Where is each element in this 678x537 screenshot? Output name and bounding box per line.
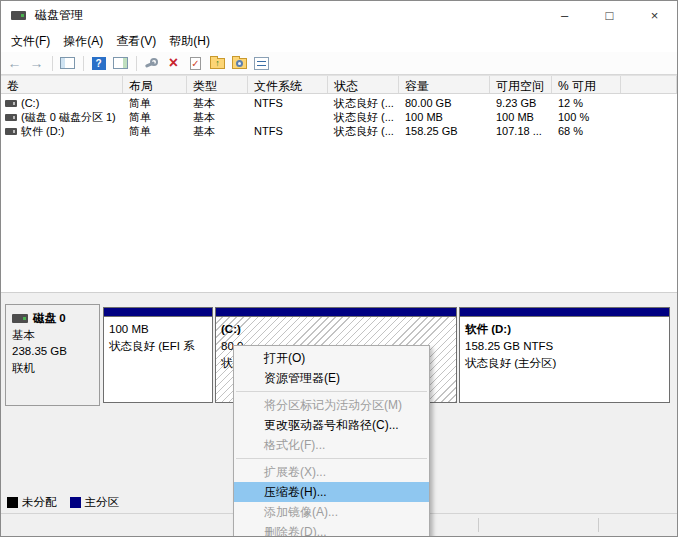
volume-table-header: 卷 布局 类型 文件系统 状态 容量 可用空间 % 可用	[1, 75, 677, 94]
tools-button[interactable]	[141, 54, 162, 73]
menu-help[interactable]: 帮助(H)	[167, 31, 212, 52]
partition-name: (C:)	[221, 321, 456, 338]
volume-capacity: 100 MB	[399, 111, 490, 123]
primary-partition-swatch-icon	[70, 497, 81, 508]
volume-layout: 简单	[123, 96, 187, 111]
disk-0-info-panel[interactable]: 磁盘 0 基本 238.35 GB 联机	[5, 304, 100, 406]
forward-icon: →	[30, 56, 44, 70]
forward-button[interactable]: →	[26, 54, 47, 73]
volume-name: (磁盘 0 磁盘分区 1)	[21, 110, 116, 125]
partition-context-menu: 打开(O) 资源管理器(E) 将分区标记为活动分区(M) 更改驱动器号和路径(C…	[233, 345, 430, 537]
folder-up-icon: ↑	[210, 58, 225, 69]
toolbar-separator	[83, 56, 84, 71]
toolbar: ← → ? × ✓ ↑	[1, 52, 677, 75]
back-button[interactable]: ←	[4, 54, 25, 73]
menu-item-format: 格式化(F)...	[234, 435, 429, 455]
partition-color-band	[104, 308, 212, 317]
menu-view[interactable]: 查看(V)	[114, 31, 158, 52]
back-icon: ←	[8, 56, 22, 70]
disk-type: 基本	[12, 327, 99, 344]
disk-size: 238.35 GB	[12, 343, 99, 360]
window-controls: – □ ×	[542, 1, 677, 30]
volume-capacity: 80.00 GB	[399, 97, 490, 109]
menu-file[interactable]: 文件(F)	[9, 31, 52, 52]
legend-unallocated: 未分配	[7, 495, 57, 510]
properties-check-icon: ✓	[190, 57, 201, 70]
column-header-empty	[621, 76, 677, 93]
volume-name: (C:)	[21, 97, 39, 109]
open-folder-button[interactable]: ↑	[207, 54, 228, 73]
search-folder-button[interactable]	[229, 54, 250, 73]
partition-efi[interactable]: 100 MB 状态良好 (EFI 系	[103, 307, 213, 403]
menu-item-mark-active: 将分区标记为活动分区(M)	[234, 395, 429, 415]
toolbar-separator	[52, 56, 53, 71]
disk-management-window: 磁盘管理 – □ × 文件(F) 操作(A) 查看(V) 帮助(H) ← → ?…	[0, 0, 678, 537]
view-options-button[interactable]	[251, 54, 272, 73]
minimize-button[interactable]: –	[542, 1, 587, 30]
volume-status: 状态良好 (...	[328, 96, 399, 111]
disk-name: 磁盘 0	[33, 310, 66, 327]
legend-label: 主分区	[85, 495, 120, 510]
menu-item-shrink-volume[interactable]: 压缩卷(H)...	[234, 482, 429, 502]
column-header-volume[interactable]: 卷	[1, 76, 123, 93]
volume-status: 状态良好 (...	[328, 110, 399, 125]
table-row-c[interactable]: (C:) 简单 基本 NTFS 状态良好 (... 80.00 GB 9.23 …	[1, 96, 677, 110]
legend-primary-partition: 主分区	[70, 495, 120, 510]
column-header-capacity[interactable]: 容量	[399, 76, 490, 93]
volume-status: 状态良好 (...	[328, 124, 399, 139]
menu-separator	[236, 391, 427, 392]
volume-type: 基本	[187, 124, 248, 139]
volume-pct-free: 68 %	[552, 125, 621, 137]
partition-color-band	[460, 308, 669, 317]
partition-name: 软件 (D:)	[465, 321, 669, 338]
volume-fs: NTFS	[248, 97, 328, 109]
close-button[interactable]: ×	[632, 1, 677, 30]
status-bar-divider	[598, 518, 599, 532]
legend: 未分配 主分区	[7, 495, 119, 510]
column-header-free-space[interactable]: 可用空间	[490, 76, 552, 93]
menu-item-change-drive-letter[interactable]: 更改驱动器号和路径(C)...	[234, 415, 429, 435]
column-header-layout[interactable]: 布局	[123, 76, 187, 93]
help-button[interactable]: ?	[88, 54, 109, 73]
menu-item-explorer[interactable]: 资源管理器(E)	[234, 368, 429, 388]
volume-free: 100 MB	[490, 111, 552, 123]
show-action-pane-button[interactable]	[110, 54, 131, 73]
disk-status: 联机	[12, 360, 99, 377]
volume-free: 9.23 GB	[490, 97, 552, 109]
volume-free: 107.18 ...	[490, 125, 552, 137]
show-console-tree-button[interactable]	[57, 54, 78, 73]
view-options-icon	[254, 57, 269, 70]
menu-bar: 文件(F) 操作(A) 查看(V) 帮助(H)	[1, 30, 677, 52]
help-icon: ?	[92, 57, 106, 70]
folder-search-icon	[232, 58, 247, 69]
menu-separator	[236, 458, 427, 459]
volume-layout: 简单	[123, 110, 187, 125]
status-bar-divider	[478, 518, 479, 532]
menu-item-delete-volume: 删除卷(D)...	[234, 522, 429, 537]
volume-capacity: 158.25 GB	[399, 125, 490, 137]
window-title: 磁盘管理	[35, 7, 83, 24]
unallocated-swatch-icon	[7, 497, 18, 508]
volume-layout: 简单	[123, 124, 187, 139]
column-header-filesystem[interactable]: 文件系统	[248, 76, 328, 93]
menu-action[interactable]: 操作(A)	[61, 31, 105, 52]
column-header-status[interactable]: 状态	[328, 76, 399, 93]
properties-button[interactable]: ✓	[185, 54, 206, 73]
disk-drive-icon	[11, 11, 26, 20]
title-bar: 磁盘管理 – □ ×	[1, 1, 677, 30]
menu-item-extend-volume: 扩展卷(X)...	[234, 462, 429, 482]
table-row-efi[interactable]: (磁盘 0 磁盘分区 1) 简单 基本 状态良好 (... 100 MB 100…	[1, 110, 677, 124]
partition-d[interactable]: 软件 (D:) 158.25 GB NTFS 状态良好 (主分区)	[459, 307, 670, 403]
menu-item-add-mirror: 添加镜像(A)...	[234, 502, 429, 522]
delete-volume-button[interactable]: ×	[163, 54, 184, 73]
legend-label: 未分配	[22, 495, 57, 510]
maximize-button[interactable]: □	[587, 1, 632, 30]
column-header-type[interactable]: 类型	[187, 76, 248, 93]
menu-item-open[interactable]: 打开(O)	[234, 348, 429, 368]
partition-status: 状态良好 (主分区)	[465, 355, 669, 372]
wrench-icon	[144, 56, 159, 70]
volume-name: 软件 (D:)	[21, 124, 64, 139]
column-header-pct-free[interactable]: % 可用	[552, 76, 621, 93]
disk-icon	[12, 314, 28, 323]
table-row-d[interactable]: 软件 (D:) 简单 基本 NTFS 状态良好 (... 158.25 GB 1…	[1, 124, 677, 138]
